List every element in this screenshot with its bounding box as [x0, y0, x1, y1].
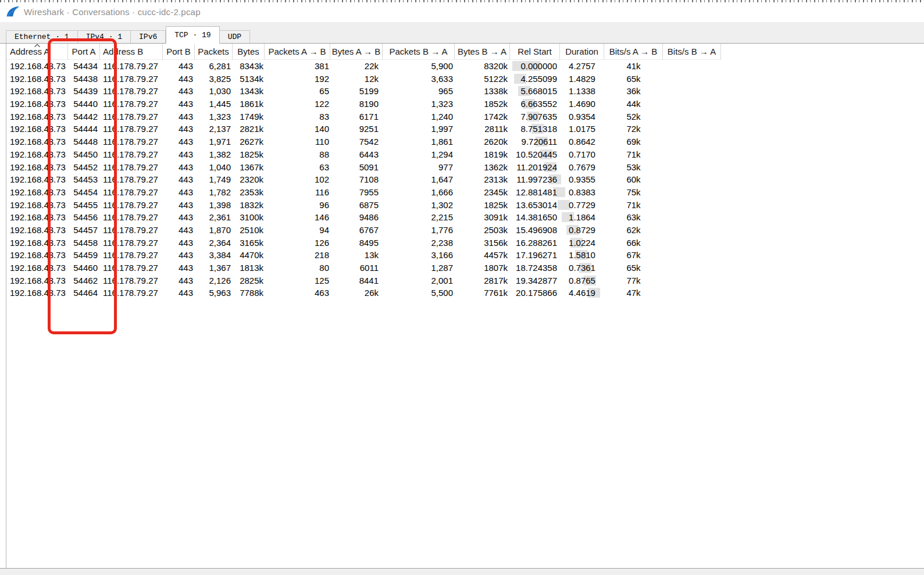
cell-packets: 2,361	[195, 211, 233, 224]
cell-port-b: 443	[163, 161, 195, 174]
tab-ethernet[interactable]: Ethernet · 1	[6, 30, 78, 43]
column-header-duration[interactable]: Duration	[560, 44, 604, 60]
column-header-bits-ba[interactable]: Bits/s B → A	[663, 44, 721, 60]
column-header-port-a[interactable]: Port A	[68, 44, 100, 60]
cell-packets-ab: 126	[265, 237, 330, 249]
cell-rel-start: 13.653014	[510, 199, 560, 212]
cell-packets-ab: 83	[265, 110, 330, 123]
table-row[interactable]: 192.168.43.7354458116.178.79.274432,3643…	[6, 237, 924, 249]
cell-port-a: 54439	[68, 85, 100, 98]
cell-packets: 1,323	[195, 110, 233, 123]
cell-address-a: 192.168.43.73	[6, 135, 68, 148]
cell-port-a: 54434	[68, 60, 100, 73]
cell-packets-ba: 1,861	[383, 135, 455, 148]
cell-bytes-ab: 26k	[330, 287, 383, 299]
cell-rel-start: 4.255099	[510, 73, 560, 85]
column-header-address-a[interactable]: Address A	[6, 44, 68, 60]
cell-duration: 0.7361	[560, 262, 604, 274]
table-row[interactable]: 192.168.43.7354460116.178.79.274431,3671…	[6, 262, 924, 274]
table-row[interactable]: 192.168.43.7354457116.178.79.274431,8702…	[6, 224, 924, 237]
column-header-label: Bits/s A → B	[609, 47, 658, 56]
table-row[interactable]: 192.168.43.7354454116.178.79.274431,7822…	[6, 186, 924, 199]
cell-packets-ba: 3,166	[383, 249, 455, 262]
table-row[interactable]: 192.168.43.7354444116.178.79.274432,1372…	[6, 123, 924, 135]
column-header-packets[interactable]: Packets	[195, 44, 233, 60]
cell-duration: 1.5810	[560, 249, 604, 262]
table-row[interactable]: 192.168.43.7354456116.178.79.274432,3613…	[6, 211, 924, 224]
cell-bytes: 7788k	[233, 287, 265, 299]
cell-bytes-ba: 1819k	[455, 148, 510, 161]
tab-ipv4[interactable]: IPv4 · 1	[78, 30, 131, 43]
column-header-bytes-ba[interactable]: Bytes B → A	[455, 44, 510, 60]
cell-packets-ab: 96	[265, 199, 330, 212]
cell-duration: 1.1338	[560, 85, 604, 98]
cell-bits-ab: 36k	[604, 85, 663, 98]
cell-port-b: 443	[163, 211, 195, 224]
cell-bits-ab: 77k	[604, 274, 663, 287]
cell-packets: 1,870	[195, 224, 233, 237]
cell-packets-ba: 1,302	[383, 199, 455, 212]
table-row[interactable]: 192.168.43.7354448116.178.79.274431,9712…	[6, 135, 924, 148]
column-header-bytes-ab[interactable]: Bytes A → B	[330, 44, 383, 60]
cell-address-b: 116.178.79.27	[100, 85, 163, 98]
table-row[interactable]: 192.168.43.7354464116.178.79.274435,9637…	[6, 287, 924, 299]
table-row[interactable]: 192.168.43.7354462116.178.79.274432,1262…	[6, 274, 924, 287]
cell-port-b: 443	[163, 110, 195, 123]
table-row[interactable]: 192.168.43.7354455116.178.79.274431,3981…	[6, 199, 924, 212]
cell-packets-ab: 80	[265, 262, 330, 274]
cell-packets: 1,398	[195, 199, 233, 212]
column-header-address-b[interactable]: Address B	[100, 44, 163, 60]
cell-packets: 1,782	[195, 186, 233, 199]
cell-bytes-ba: 2811k	[455, 123, 510, 135]
tab-udp[interactable]: UDP	[220, 30, 250, 43]
table-row[interactable]: 192.168.43.7354434116.178.79.274436,2818…	[6, 60, 924, 73]
table-row[interactable]: 192.168.43.7354438116.178.79.274433,8255…	[6, 73, 924, 85]
table-row[interactable]: 192.168.43.7354440116.178.79.274431,4451…	[6, 98, 924, 110]
cell-duration: 0.9355	[560, 173, 604, 186]
cell-bits-ba	[663, 237, 721, 249]
cell-packets: 3,825	[195, 73, 233, 85]
column-header-rel-start[interactable]: Rel Start	[510, 44, 560, 60]
cell-packets-ab: 125	[265, 274, 330, 287]
cell-bits-ba	[663, 199, 721, 212]
cell-port-a: 54462	[68, 274, 100, 287]
cell-bits-ab: 65k	[604, 73, 663, 85]
table-row[interactable]: 192.168.43.7354453116.178.79.274431,7492…	[6, 173, 924, 186]
cell-bits-ba	[663, 274, 721, 287]
cell-packets-ba: 1,287	[383, 262, 455, 274]
tab-tcp[interactable]: TCP · 19	[166, 26, 219, 44]
column-header-packets-ba[interactable]: Packets B → A	[383, 44, 455, 60]
cell-port-a: 54442	[68, 110, 100, 123]
table-row[interactable]: 192.168.43.7354459116.178.79.274433,3844…	[6, 249, 924, 262]
cell-port-a: 54444	[68, 123, 100, 135]
column-header-bits-ab[interactable]: Bits/s A → B	[604, 44, 663, 60]
column-header-bytes[interactable]: Bytes	[233, 44, 265, 60]
column-header-port-b[interactable]: Port B	[163, 44, 195, 60]
cell-port-b: 443	[163, 249, 195, 262]
cell-port-a: 54460	[68, 262, 100, 274]
cell-bytes-ba: 2817k	[455, 274, 510, 287]
table-row[interactable]: 192.168.43.7354439116.178.79.274431,0301…	[6, 85, 924, 98]
cell-packets-ba: 2,215	[383, 211, 455, 224]
cell-bytes: 2825k	[233, 274, 265, 287]
cell-bits-ab: 47k	[604, 287, 663, 299]
cell-packets-ba: 1,997	[383, 123, 455, 135]
table-row[interactable]: 192.168.43.7354442116.178.79.274431,3231…	[6, 110, 924, 123]
column-header-packets-ab[interactable]: Packets A → B	[265, 44, 330, 60]
cell-port-b: 443	[163, 224, 195, 237]
cell-bits-ab: 66k	[604, 237, 663, 249]
cell-packets-ab: 63	[265, 161, 330, 174]
table-body: 192.168.43.7354434116.178.79.274436,2818…	[6, 60, 924, 299]
cell-address-b: 116.178.79.27	[100, 98, 163, 110]
cell-packets-ab: 463	[265, 287, 330, 299]
table-row[interactable]: 192.168.43.7354450116.178.79.274431,3821…	[6, 148, 924, 161]
cell-bytes-ba: 5122k	[455, 73, 510, 85]
table-row[interactable]: 192.168.43.7354452116.178.79.274431,0401…	[6, 161, 924, 174]
column-header-label: Bytes A → B	[332, 47, 380, 56]
wireshark-logo-icon	[6, 5, 20, 18]
cell-bits-ab: 71k	[604, 199, 663, 212]
cell-bytes-ab: 22k	[330, 60, 383, 73]
tab-ipv6[interactable]: IPv6	[131, 30, 166, 43]
cell-bits-ab: 53k	[604, 161, 663, 174]
cell-bytes: 2320k	[233, 173, 265, 186]
